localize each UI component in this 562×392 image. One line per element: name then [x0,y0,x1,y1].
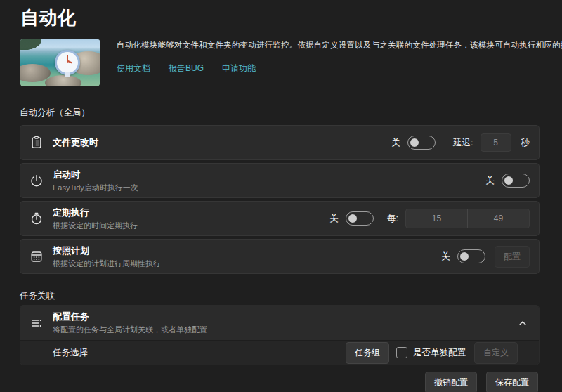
toggle-state-label: 关 [486,175,495,187]
link-docs[interactable]: 使用文档 [117,63,150,74]
interval-second-input[interactable] [468,209,529,228]
setting-subtitle: 根据设定的时间定期执行 [53,221,138,231]
chevron-up-icon[interactable] [516,316,530,330]
section-task-relation: 任务关联 [20,290,55,302]
settings-card-list: 文件更改时 关 延迟: 秒 启动时 EasyTidy启动时执行一次 [20,125,540,277]
clipboard-list-icon [30,136,44,150]
setting-title: 按照计划 [53,244,161,257]
file-change-toggle[interactable] [407,136,436,150]
timer-icon [30,211,44,226]
calendar-icon [30,249,44,263]
toggle-state-label: 关 [330,213,339,225]
setting-subtitle: EasyTidy启动时执行一次 [53,183,138,193]
module-description: 自动化模块能够对文件和文件夹的变动进行监控。依据自定义设置以及与之关联的文件处理… [117,40,540,51]
page-title: 自动化 [20,6,77,30]
setting-row-periodic: 定期执行 根据设定的时间定期执行 关 每: [20,201,540,236]
task-list-icon [30,316,44,330]
task-config-expander: 配置任务 将配置的任务与全局计划关联，或者单独配置 任务选择 任务组 是否单独配… [20,305,540,365]
delay-unit-label: 秒 [521,137,530,149]
interval-inputs [405,209,530,228]
link-feature-request[interactable]: 申请功能 [222,63,256,74]
undo-config-button[interactable]: 撤销配置 [425,372,477,392]
section-auto-analysis: 自动分析（全局） [20,107,90,119]
startup-toggle[interactable] [502,174,530,188]
schedule-config-button[interactable]: 配置 [495,246,530,268]
task-select-label: 任务选择 [53,347,88,359]
task-card-subtitle: 将配置的任务与全局计划关联，或者单独配置 [53,325,207,335]
task-select-row: 任务选择 任务组 是否单独配置 自定义 [20,340,539,365]
periodic-toggle[interactable] [346,211,374,226]
setting-title: 定期执行 [53,207,138,219]
schedule-toggle[interactable] [457,249,485,263]
task-config-header[interactable]: 配置任务 将配置的任务与全局计划关联，或者单独配置 [20,306,539,340]
setting-title: 启动时 [53,169,138,181]
intro-header: 自动化模块能够对文件和文件夹的变动进行监控。依据自定义设置以及与之关联的文件处理… [20,39,540,86]
setting-title: 文件更改时 [53,136,98,149]
standalone-config-checkbox[interactable] [396,347,407,358]
setting-row-file-change: 文件更改时 关 延迟: 秒 [20,125,540,160]
setting-subtitle: 根据设定的计划进行周期性执行 [53,259,161,269]
interval-minute-input[interactable] [406,209,467,228]
setting-row-schedule: 按照计划 根据设定的计划进行周期性执行 关 配置 [20,239,540,274]
power-icon [30,174,44,188]
task-group-button[interactable]: 任务组 [346,342,389,364]
save-config-button[interactable]: 保存配置 [486,372,538,392]
setting-row-startup: 启动时 EasyTidy启动时执行一次 关 [20,163,540,198]
intro-links: 使用文档 报告BUG 申请功能 [117,63,540,74]
delay-label: 延迟: [453,137,473,149]
standalone-config-label: 是否单独配置 [413,347,466,359]
footer-actions: 撤销配置 保存配置 [425,372,538,392]
every-label: 每: [387,213,398,225]
toggle-state-label: 关 [442,251,451,263]
toggle-state-label: 关 [392,137,401,149]
delay-input[interactable] [481,133,511,152]
automation-settings-page: 自动化 自动化模块能够对文件和文件夹的变动进行监控。依据自定义设置以及与之关联的… [0,0,562,392]
custom-button[interactable]: 自定义 [474,342,518,364]
link-report-bug[interactable]: 报告BUG [169,63,204,74]
clock-icon [55,50,80,75]
module-thumbnail-image [20,39,100,86]
task-card-title: 配置任务 [53,311,207,323]
